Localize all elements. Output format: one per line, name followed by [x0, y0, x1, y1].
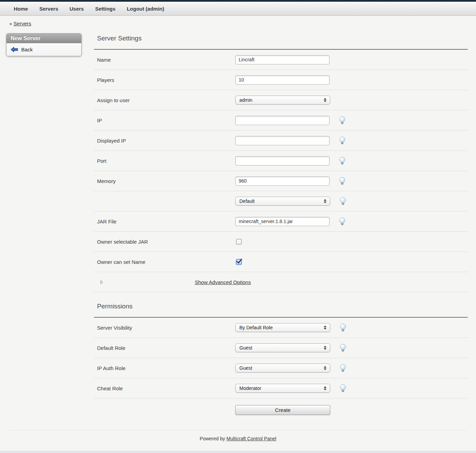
memory-policy-value: Default	[239, 198, 254, 204]
cheat-role-label: Cheat Role	[94, 385, 235, 391]
owner-can-set-name-checkbox[interactable]	[236, 259, 242, 265]
owner-can-set-name-label: Owner can set Name	[94, 259, 235, 265]
back-button[interactable]: Back	[7, 46, 81, 53]
select-stepper-icon	[324, 366, 326, 370]
select-stepper-icon	[324, 98, 326, 102]
ip-auth-role-select[interactable]: Guest	[235, 364, 330, 372]
powered-by-text: Powered by	[200, 436, 225, 441]
default-role-value: Guest	[239, 345, 252, 351]
memory-policy-select[interactable]: Default	[235, 197, 330, 206]
footer-divider	[9, 430, 467, 431]
form-row-memory-policy: Default	[94, 191, 468, 211]
jar-file-label: JAR File	[94, 219, 235, 224]
panel-title: New Server	[7, 34, 81, 43]
new-server-panel: New Server Back	[6, 33, 82, 56]
displayed-ip-label: Displayed IP	[94, 138, 235, 144]
port-input[interactable]	[235, 156, 330, 166]
section-title-permissions: Permissions	[94, 292, 468, 317]
select-stepper-icon	[324, 326, 326, 330]
nav-servers[interactable]: Servers	[39, 6, 58, 12]
owner-selectable-jar-label: Owner selectable JAR	[94, 239, 235, 245]
show-advanced-options-link[interactable]: Show Advanced Options	[195, 279, 251, 285]
form-row-port: Port	[94, 151, 468, 171]
main-content: Server Settings Name Players Assign to u…	[94, 26, 468, 421]
displayed-ip-input[interactable]	[235, 136, 330, 145]
form-row-owner-selectable-jar: Owner selectable JAR	[94, 232, 468, 252]
select-stepper-icon	[324, 346, 326, 350]
bulb-icon	[340, 384, 346, 392]
select-stepper-icon	[324, 199, 326, 203]
form-row-jar-file: JAR File	[94, 211, 468, 232]
form-row-server-visibility: Server Visibility By Default Role	[94, 318, 468, 338]
form-row-create: Create	[94, 399, 468, 421]
assign-to-user-select[interactable]: admin	[235, 96, 330, 105]
breadcrumb-link-servers[interactable]: Servers	[13, 21, 31, 26]
bulb-icon	[339, 116, 346, 124]
players-input[interactable]	[235, 75, 330, 85]
bulb-icon	[340, 197, 346, 205]
form-row-ip-auth-role: IP Auth Role Guest	[94, 358, 468, 378]
form-row-name: Name	[94, 50, 468, 70]
back-label: Back	[21, 47, 33, 52]
bulb-icon	[340, 364, 346, 372]
main-nav: Home Servers Users Settings Logout (admi…	[0, 2, 476, 16]
memory-input[interactable]	[235, 176, 330, 186]
breadcrumb-marker: »	[9, 21, 12, 26]
form-row-cheat-role: Cheat Role Moderator	[94, 378, 468, 399]
name-label: Name	[94, 57, 235, 63]
cheat-role-value: Moderator	[239, 385, 261, 391]
section-title-server-settings: Server Settings	[94, 26, 468, 49]
server-visibility-select[interactable]: By Default Role	[235, 323, 330, 332]
footer: Powered by Multicraft Control Panel	[0, 436, 476, 441]
memory-label: Memory	[94, 178, 235, 184]
select-stepper-icon	[324, 386, 326, 390]
ip-label: IP	[94, 118, 235, 123]
ip-auth-role-label: IP Auth Role	[94, 365, 235, 371]
form-row-owner-can-set-name: Owner can set Name	[94, 252, 468, 272]
server-visibility-value: By Default Role	[239, 325, 273, 330]
multicraft-link[interactable]: Multicraft Control Panel	[226, 436, 276, 441]
jar-file-input[interactable]	[235, 217, 330, 226]
nav-logout[interactable]: Logout (admin)	[127, 6, 164, 12]
name-input[interactable]	[235, 55, 330, 64]
nav-home[interactable]: Home	[14, 6, 28, 12]
owner-selectable-jar-checkbox[interactable]	[236, 239, 242, 245]
form-row-memory: Memory	[94, 171, 468, 191]
bulb-icon	[340, 344, 346, 352]
bulb-icon	[339, 136, 346, 145]
bulb-icon	[339, 217, 346, 225]
form-row-players: Players	[94, 70, 468, 90]
cheat-role-select[interactable]: Moderator	[235, 384, 330, 393]
ip-input[interactable]	[235, 116, 330, 125]
bulb-icon	[340, 323, 346, 332]
assign-to-user-label: Assign to user	[94, 97, 235, 103]
players-label: Players	[94, 77, 235, 83]
form-row-displayed-ip: Displayed IP	[94, 131, 468, 151]
form-row-assign-to-user: Assign to user admin	[94, 90, 468, 110]
breadcrumb: »Servers	[9, 21, 476, 26]
bulb-icon	[339, 177, 346, 185]
panel-body: Back	[7, 43, 81, 56]
server-visibility-label: Server Visibility	[94, 325, 235, 331]
default-role-label: Default Role	[94, 345, 235, 351]
bottom-accent-bar	[0, 451, 476, 453]
form-row-default-role: Default Role Guest	[94, 338, 468, 358]
form-row-advanced-options: Show Advanced Options	[94, 272, 468, 292]
bulb-icon	[339, 157, 346, 165]
create-button[interactable]: Create	[235, 405, 330, 415]
form-row-ip: IP	[94, 110, 468, 131]
back-arrow-icon	[11, 47, 18, 52]
nav-settings[interactable]: Settings	[95, 6, 115, 12]
port-label: Port	[94, 158, 235, 164]
assign-to-user-value: admin	[239, 97, 252, 103]
triangle-right-icon[interactable]	[100, 280, 103, 284]
default-role-select[interactable]: Guest	[235, 343, 330, 352]
nav-users[interactable]: Users	[70, 6, 84, 12]
ip-auth-role-value: Guest	[239, 365, 252, 371]
page: Home Servers Users Settings Logout (admi…	[0, 0, 476, 453]
